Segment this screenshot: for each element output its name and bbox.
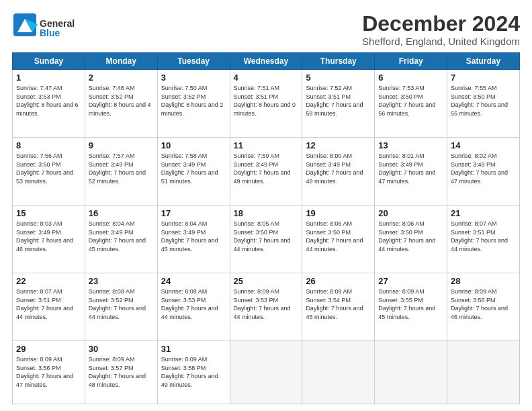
day-info: Sunrise: 8:06 AMSunset: 3:50 PMDaylight:…	[306, 220, 363, 253]
day-cell-5: 5Sunrise: 7:52 AMSunset: 3:51 PMDaylight…	[302, 70, 375, 138]
day-number: 27	[378, 276, 443, 286]
day-info: Sunrise: 8:04 AMSunset: 3:49 PMDaylight:…	[89, 220, 146, 253]
day-number: 4	[234, 73, 299, 83]
day-number: 18	[234, 208, 299, 218]
day-number: 22	[16, 276, 81, 286]
day-number: 10	[161, 140, 226, 150]
empty-cell-4-3	[230, 340, 302, 404]
day-info: Sunrise: 8:09 AMSunset: 3:56 PMDaylight:…	[16, 356, 73, 388]
day-cell-26: 26Sunrise: 8:09 AMSunset: 3:54 PMDayligh…	[302, 273, 375, 341]
month-title: December 2024	[362, 12, 520, 36]
day-info: Sunrise: 7:59 AMSunset: 3:49 PMDaylight:…	[234, 152, 291, 185]
day-cell-30: 30Sunrise: 8:09 AMSunset: 3:57 PMDayligh…	[85, 340, 157, 404]
day-info: Sunrise: 7:52 AMSunset: 3:51 PMDaylight:…	[306, 85, 363, 117]
day-info: Sunrise: 8:08 AMSunset: 3:52 PMDaylight:…	[89, 288, 146, 320]
day-number: 17	[161, 208, 226, 218]
day-cell-11: 11Sunrise: 7:59 AMSunset: 3:49 PMDayligh…	[230, 138, 302, 205]
day-cell-29: 29Sunrise: 8:09 AMSunset: 3:56 PMDayligh…	[13, 340, 85, 404]
day-cell-21: 21Sunrise: 8:07 AMSunset: 3:51 PMDayligh…	[447, 205, 520, 273]
day-info: Sunrise: 8:05 AMSunset: 3:50 PMDaylight:…	[234, 220, 291, 253]
day-number: 30	[89, 344, 154, 354]
col-header-saturday: Saturday	[447, 53, 520, 70]
day-cell-28: 28Sunrise: 8:09 AMSunset: 3:56 PMDayligh…	[447, 273, 520, 341]
day-number: 12	[306, 140, 371, 150]
week-row-4: 22Sunrise: 8:07 AMSunset: 3:51 PMDayligh…	[13, 273, 520, 341]
empty-cell-4-5	[375, 340, 447, 404]
week-row-1: 1Sunrise: 7:47 AMSunset: 3:53 PMDaylight…	[13, 70, 520, 138]
page: General Blue December 2024 Shefford, Eng…	[0, 0, 532, 411]
day-cell-20: 20Sunrise: 8:06 AMSunset: 3:50 PMDayligh…	[375, 205, 447, 273]
day-number: 14	[451, 140, 516, 150]
day-number: 28	[451, 276, 516, 286]
day-cell-27: 27Sunrise: 8:09 AMSunset: 3:55 PMDayligh…	[375, 273, 447, 341]
day-cell-10: 10Sunrise: 7:58 AMSunset: 3:49 PMDayligh…	[157, 138, 230, 205]
empty-cell-4-4	[302, 340, 375, 404]
day-info: Sunrise: 8:09 AMSunset: 3:53 PMDaylight:…	[234, 288, 291, 320]
day-info: Sunrise: 8:01 AMSunset: 3:49 PMDaylight:…	[378, 152, 435, 185]
week-row-2: 8Sunrise: 7:56 AMSunset: 3:50 PMDaylight…	[13, 138, 520, 205]
day-cell-24: 24Sunrise: 8:08 AMSunset: 3:53 PMDayligh…	[157, 273, 230, 341]
day-number: 19	[306, 208, 371, 218]
day-info: Sunrise: 7:58 AMSunset: 3:49 PMDaylight:…	[161, 152, 218, 185]
day-number: 20	[378, 208, 443, 218]
location: Shefford, England, United Kingdom	[362, 36, 520, 47]
day-cell-15: 15Sunrise: 8:03 AMSunset: 3:49 PMDayligh…	[13, 205, 85, 273]
day-number: 8	[16, 140, 81, 150]
header-row: SundayMondayTuesdayWednesdayThursdayFrid…	[13, 53, 520, 70]
day-info: Sunrise: 7:55 AMSunset: 3:50 PMDaylight:…	[451, 85, 508, 117]
day-number: 3	[161, 73, 226, 83]
day-number: 24	[161, 276, 226, 286]
day-cell-4: 4Sunrise: 7:51 AMSunset: 3:51 PMDaylight…	[230, 70, 302, 138]
day-info: Sunrise: 8:07 AMSunset: 3:51 PMDaylight:…	[16, 288, 73, 320]
day-info: Sunrise: 7:53 AMSunset: 3:50 PMDaylight:…	[378, 85, 435, 117]
col-header-wednesday: Wednesday	[230, 53, 302, 70]
day-cell-6: 6Sunrise: 7:53 AMSunset: 3:50 PMDaylight…	[375, 70, 447, 138]
day-number: 31	[161, 344, 226, 354]
day-number: 13	[378, 140, 443, 150]
day-number: 9	[89, 140, 154, 150]
day-number: 7	[451, 73, 516, 83]
day-cell-3: 3Sunrise: 7:50 AMSunset: 3:52 PMDaylight…	[157, 70, 230, 138]
day-info: Sunrise: 8:09 AMSunset: 3:56 PMDaylight:…	[451, 288, 508, 320]
day-info: Sunrise: 8:00 AMSunset: 3:49 PMDaylight:…	[306, 152, 363, 185]
col-header-friday: Friday	[375, 53, 447, 70]
day-info: Sunrise: 8:06 AMSunset: 3:50 PMDaylight:…	[378, 220, 435, 253]
header: General Blue December 2024 Shefford, Eng…	[12, 12, 520, 47]
col-header-thursday: Thursday	[302, 53, 375, 70]
day-cell-18: 18Sunrise: 8:05 AMSunset: 3:50 PMDayligh…	[230, 205, 302, 273]
day-number: 6	[378, 73, 443, 83]
title-area: December 2024 Shefford, England, United …	[362, 12, 520, 47]
day-info: Sunrise: 8:09 AMSunset: 3:57 PMDaylight:…	[89, 356, 146, 388]
day-cell-13: 13Sunrise: 8:01 AMSunset: 3:49 PMDayligh…	[375, 138, 447, 205]
day-info: Sunrise: 7:57 AMSunset: 3:49 PMDaylight:…	[89, 152, 146, 185]
day-number: 16	[89, 208, 154, 218]
calendar-table: SundayMondayTuesdayWednesdayThursdayFrid…	[12, 52, 520, 404]
day-cell-7: 7Sunrise: 7:55 AMSunset: 3:50 PMDaylight…	[447, 70, 520, 138]
logo-icon	[12, 12, 38, 38]
day-info: Sunrise: 7:51 AMSunset: 3:51 PMDaylight:…	[234, 85, 296, 117]
week-row-3: 15Sunrise: 8:03 AMSunset: 3:49 PMDayligh…	[13, 205, 520, 273]
day-info: Sunrise: 7:47 AMSunset: 3:53 PMDaylight:…	[16, 85, 79, 117]
day-cell-12: 12Sunrise: 8:00 AMSunset: 3:49 PMDayligh…	[302, 138, 375, 205]
day-cell-25: 25Sunrise: 8:09 AMSunset: 3:53 PMDayligh…	[230, 273, 302, 341]
day-number: 1	[16, 73, 81, 83]
day-cell-8: 8Sunrise: 7:56 AMSunset: 3:50 PMDaylight…	[13, 138, 85, 205]
col-header-tuesday: Tuesday	[157, 53, 230, 70]
col-header-sunday: Sunday	[13, 53, 85, 70]
logo: General Blue	[12, 12, 75, 38]
day-info: Sunrise: 8:03 AMSunset: 3:49 PMDaylight:…	[16, 220, 73, 253]
empty-cell-4-6	[447, 340, 520, 404]
day-cell-31: 31Sunrise: 8:09 AMSunset: 3:58 PMDayligh…	[157, 340, 230, 404]
day-info: Sunrise: 8:08 AMSunset: 3:53 PMDaylight:…	[161, 288, 218, 320]
day-info: Sunrise: 7:48 AMSunset: 3:52 PMDaylight:…	[89, 85, 151, 117]
day-number: 5	[306, 73, 371, 83]
day-cell-17: 17Sunrise: 8:04 AMSunset: 3:49 PMDayligh…	[157, 205, 230, 273]
day-cell-2: 2Sunrise: 7:48 AMSunset: 3:52 PMDaylight…	[85, 70, 157, 138]
day-info: Sunrise: 8:09 AMSunset: 3:54 PMDaylight:…	[306, 288, 363, 320]
week-row-5: 29Sunrise: 8:09 AMSunset: 3:56 PMDayligh…	[13, 340, 520, 404]
day-info: Sunrise: 8:04 AMSunset: 3:49 PMDaylight:…	[161, 220, 218, 253]
day-info: Sunrise: 8:09 AMSunset: 3:58 PMDaylight:…	[161, 356, 218, 388]
day-number: 21	[451, 208, 516, 218]
day-cell-22: 22Sunrise: 8:07 AMSunset: 3:51 PMDayligh…	[13, 273, 85, 341]
day-number: 29	[16, 344, 81, 354]
